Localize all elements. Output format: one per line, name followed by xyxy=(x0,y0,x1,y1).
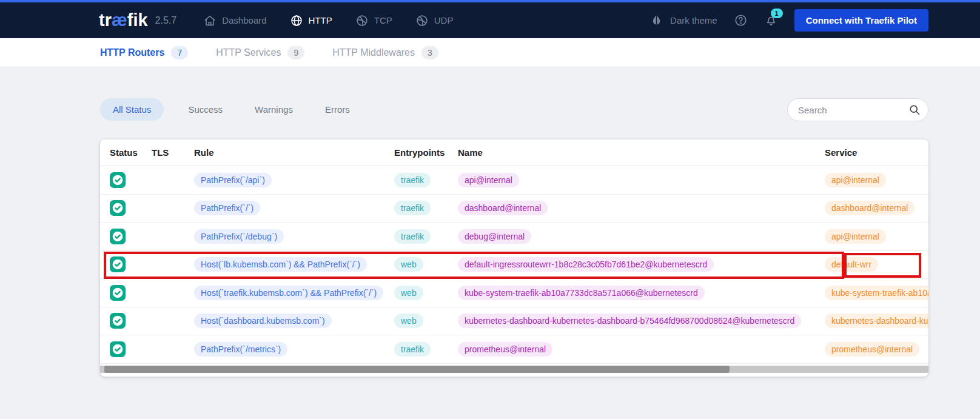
traefik-dashboard-page: træfik 2.5.7 DashboardHTTPTCPUDP Dark th… xyxy=(0,0,980,419)
filter-tab-all-status[interactable]: All Status xyxy=(100,98,164,121)
status-success-icon xyxy=(110,285,152,301)
service-cell: api@internal xyxy=(825,229,928,244)
entrypoint-pill: traefik xyxy=(394,229,431,244)
name-cell: kubernetes-dashboard-kubernetes-dashboar… xyxy=(458,313,825,328)
nav-item-http[interactable]: HTTP xyxy=(290,14,332,27)
tab-http-routers[interactable]: HTTP Routers7 xyxy=(100,46,188,59)
status-success-icon xyxy=(110,341,152,357)
horizontal-scrollbar-track[interactable] xyxy=(100,366,928,373)
search-input[interactable] xyxy=(797,104,908,116)
home-icon xyxy=(203,14,216,27)
table-row[interactable]: Host(`dashboard.kubemsb.com`)webkubernet… xyxy=(100,307,928,336)
name-cell: api@internal xyxy=(458,173,825,187)
name-pill: dashboard@internal xyxy=(458,201,548,215)
status-cell xyxy=(110,285,152,301)
status-cell xyxy=(110,229,152,244)
connect-pilot-button[interactable]: Connect with Traefik Pilot xyxy=(794,9,928,32)
help-button[interactable] xyxy=(734,13,748,27)
service-cell: kubernetes-dashboard-kubernetes-dashboar… xyxy=(825,313,928,328)
notification-badge: 1 xyxy=(771,8,783,18)
rule-pill: PathPrefix(`/`) xyxy=(194,201,260,215)
status-success-icon xyxy=(110,200,152,216)
status-success-icon xyxy=(110,313,152,329)
logo-part: fik xyxy=(127,10,148,30)
tab-http-middlewares[interactable]: HTTP Middlewares3 xyxy=(332,46,438,59)
rule-cell: Host(`traefik.kubemsb.com`) && PathPrefi… xyxy=(194,286,394,300)
service-cell: default-wrr xyxy=(825,257,928,272)
count-badge: 3 xyxy=(421,46,438,59)
count-badge: 9 xyxy=(287,46,304,59)
table-row[interactable]: PathPrefix(`/debug`)traefikdebug@interna… xyxy=(100,223,928,251)
name-pill: kubernetes-dashboard-kubernetes-dashboar… xyxy=(458,313,801,328)
name-cell: kube-system-traefik-ab10a7733dc8a571a066… xyxy=(458,286,825,300)
entrypoint-pill: traefik xyxy=(394,342,431,357)
search-icon[interactable] xyxy=(908,104,921,116)
rule-cell: PathPrefix(`/api`) xyxy=(194,173,394,187)
column-header-service: Service xyxy=(825,147,928,158)
service-pill: api@internal xyxy=(825,173,886,187)
entrypoints-cell: web xyxy=(394,313,458,328)
service-pill: prometheus@internal xyxy=(825,342,919,357)
traefik-logo[interactable]: træfik xyxy=(99,12,148,29)
swirl-icon xyxy=(415,14,429,27)
horizontal-scrollbar-thumb[interactable] xyxy=(104,366,730,373)
nav-item-tcp[interactable]: TCP xyxy=(355,14,392,27)
rule-pill: PathPrefix(`/api`) xyxy=(194,173,272,187)
tab-label: HTTP Middlewares xyxy=(332,47,415,58)
filter-tab-success[interactable]: Success xyxy=(180,98,230,121)
table-row[interactable]: PathPrefix(`/metrics`)traefikprometheus@… xyxy=(100,335,928,364)
tab-label: HTTP Services xyxy=(216,47,281,58)
status-cell xyxy=(110,313,152,329)
dark-theme-label: Dark theme xyxy=(670,15,717,25)
table-row[interactable]: Host(`traefik.kubemsb.com`) && PathPrefi… xyxy=(100,279,928,307)
routers-table-card: StatusTLSRuleEntrypointsNameService Path… xyxy=(100,139,928,377)
nav-item-dashboard[interactable]: Dashboard xyxy=(203,14,266,27)
entrypoints-cell: web xyxy=(394,257,458,272)
column-header-entrypoints: Entrypoints xyxy=(394,147,458,158)
status-success-icon xyxy=(110,229,152,244)
globe-icon xyxy=(290,14,303,27)
status-cell xyxy=(110,200,152,216)
help-icon xyxy=(734,13,748,27)
rule-pill: Host(`dashboard.kubemsb.com`) xyxy=(194,313,332,328)
column-header-rule: Rule xyxy=(194,147,394,158)
count-badge: 7 xyxy=(171,46,188,59)
rule-pill: PathPrefix(`/debug`) xyxy=(194,229,284,244)
nav-item-label: TCP xyxy=(374,15,392,25)
nav-item-udp[interactable]: UDP xyxy=(415,14,454,27)
search-box[interactable] xyxy=(787,98,928,121)
name-pill: api@internal xyxy=(458,173,519,187)
service-pill: default-wrr xyxy=(825,257,878,272)
name-cell: prometheus@internal xyxy=(458,342,825,357)
table-row[interactable]: PathPrefix(`/`)traefikdashboard@internal… xyxy=(100,195,928,223)
status-success-icon xyxy=(110,256,152,272)
column-header-status: Status xyxy=(110,147,152,158)
version-label: 2.5.7 xyxy=(155,15,177,26)
nav-item-label: HTTP xyxy=(309,15,332,25)
main-nav: DashboardHTTPTCPUDP xyxy=(203,14,453,27)
dark-theme-toggle[interactable]: Dark theme xyxy=(649,13,717,27)
filter-tab-errors[interactable]: Errors xyxy=(317,98,358,121)
status-cell xyxy=(110,256,152,272)
service-cell: kube-system-traefik-ab10a7733dc8a571a066… xyxy=(825,286,928,300)
name-cell: default-ingressroutewrr-1b8c28c3c05fb7d6… xyxy=(458,257,825,272)
rule-cell: PathPrefix(`/debug`) xyxy=(194,229,394,244)
logo-part-accent: æ xyxy=(112,10,127,30)
table-row[interactable]: PathPrefix(`/api`)traefikapi@internalapi… xyxy=(100,166,928,195)
rule-cell: Host(`lb.kubemsb.com`) && PathPrefix(`/`… xyxy=(194,257,394,272)
table-row[interactable]: Host(`lb.kubemsb.com`) && PathPrefix(`/`… xyxy=(100,251,928,280)
service-pill: kubernetes-dashboard-kubernetes-dashboar… xyxy=(825,313,928,328)
entrypoints-cell: traefik xyxy=(394,201,458,215)
logo-part: tr xyxy=(99,10,112,30)
invert-colors-icon xyxy=(649,13,663,27)
status-cell xyxy=(110,341,152,357)
notifications-button[interactable]: 1 xyxy=(764,13,778,27)
tab-http-services[interactable]: HTTP Services9 xyxy=(216,46,304,59)
navbar-left: træfik 2.5.7 DashboardHTTPTCPUDP xyxy=(99,12,453,29)
name-pill: default-ingressroutewrr-1b8c28c3c05fb7d6… xyxy=(458,257,714,272)
service-cell: prometheus@internal xyxy=(825,342,928,357)
column-header-name: Name xyxy=(458,147,825,158)
service-cell: dashboard@internal xyxy=(825,201,928,215)
rule-pill: Host(`lb.kubemsb.com`) && PathPrefix(`/`… xyxy=(194,257,367,272)
filter-tab-warnings[interactable]: Warnings xyxy=(247,98,301,121)
